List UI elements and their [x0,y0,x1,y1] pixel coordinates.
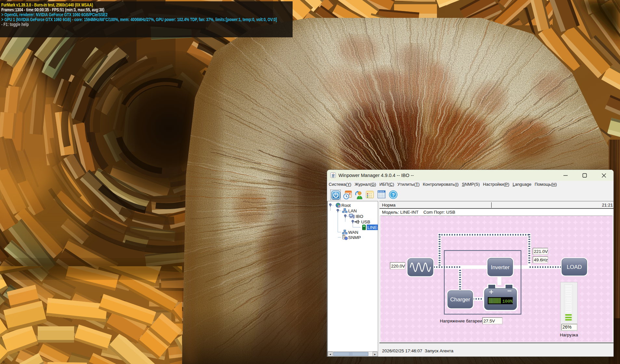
svg-text:Root: Root [341,203,351,208]
svg-text:LAN: LAN [348,208,357,213]
svg-text:27.5V: 27.5V [483,319,495,323]
svg-text:IBO: IBO [356,214,363,219]
svg-text:WAN: WAN [348,230,358,235]
svg-text:?: ? [392,192,395,197]
svg-text:Inverter: Inverter [491,264,510,270]
svg-text:Напряжение батареи: Напряжение батареи [440,319,482,323]
svg-text:Нагрузка: Нагрузка [560,333,578,337]
svg-text:USB: USB [361,220,370,224]
svg-text:221.0V: 221.0V [534,249,548,254]
svg-text:49.6Hz: 49.6Hz [534,257,548,262]
svg-text:26%: 26% [562,324,572,330]
svg-text:SNMP: SNMP [348,235,361,240]
svg-text:LOAD: LOAD [567,264,582,270]
svg-text:220.0V: 220.0V [391,264,405,269]
svg-text:LINE-: LINE- [367,225,378,230]
svg-text:Charger: Charger [450,296,470,303]
svg-text:100%: 100% [502,299,513,304]
